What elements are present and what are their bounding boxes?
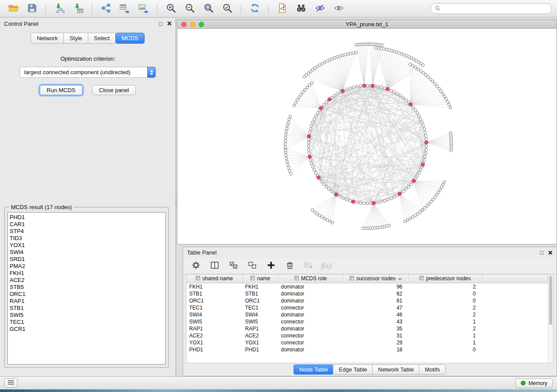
open-session-button[interactable]: [5, 2, 21, 16]
show-graphics-button[interactable]: [331, 2, 346, 16]
column-header-MCDS-role[interactable]: MCDS role: [278, 275, 343, 283]
table-cell[interactable]: ORC1: [187, 297, 242, 304]
table-cell[interactable]: dominator: [278, 325, 343, 332]
table-cell[interactable]: TEC1: [242, 304, 278, 311]
hide-graphics-button[interactable]: [312, 2, 328, 16]
table-cell[interactable]: FKH1: [187, 283, 242, 290]
mcds-result-item[interactable]: TID3: [10, 235, 163, 242]
table-cell[interactable]: dominator: [278, 297, 343, 304]
table-cell[interactable]: 47: [343, 304, 408, 311]
network-search-field[interactable]: [430, 3, 552, 14]
tab-network[interactable]: Network: [31, 33, 64, 44]
table-cell[interactable]: 2: [408, 283, 482, 290]
table-cell[interactable]: SWI5: [187, 318, 242, 325]
table-row-ACE2[interactable]: ACE2ACE2connector311: [187, 332, 548, 339]
run-mcds-button[interactable]: Run MCDS: [40, 85, 83, 95]
new-network-button[interactable]: [98, 2, 114, 16]
table-row-FKH1[interactable]: FKH1FKH1dominator962: [187, 283, 548, 290]
table-cell[interactable]: 2: [408, 311, 482, 318]
table-cell[interactable]: 0: [408, 290, 482, 297]
scrollbar-thumb[interactable]: [549, 276, 552, 325]
select-all-button[interactable]: [227, 260, 239, 272]
table-cell[interactable]: SWI4: [187, 311, 242, 318]
table-row-TEC1[interactable]: TEC1TEC1connector472: [187, 304, 548, 311]
table-settings-button[interactable]: [190, 260, 202, 272]
deselect-all-button[interactable]: [246, 260, 258, 272]
table-cell[interactable]: 1: [408, 318, 482, 325]
table-cell[interactable]: dominator: [278, 283, 343, 290]
mcds-result-item[interactable]: STP4: [10, 228, 163, 235]
column-header-successor-nodes[interactable]: successor nodes: [343, 275, 408, 283]
table-cell[interactable]: 1: [408, 339, 482, 346]
mcds-result-item[interactable]: PMA2: [10, 263, 163, 270]
import-table-button[interactable]: [70, 2, 86, 16]
minimize-window-icon[interactable]: [190, 22, 195, 27]
tab-edge-table[interactable]: Edge Table: [333, 364, 373, 375]
tab-style[interactable]: Style: [63, 33, 88, 44]
table-cell[interactable]: 31: [343, 332, 408, 339]
table-cell[interactable]: ACE2: [187, 332, 242, 339]
table-cell[interactable]: 0: [408, 346, 482, 353]
table-cell[interactable]: 35: [343, 325, 408, 332]
table-row-PHD1[interactable]: PHD1PHD1dominator180: [187, 346, 548, 353]
share-document-button[interactable]: [274, 2, 290, 16]
search-input[interactable]: [443, 6, 547, 12]
mcds-result-list[interactable]: PHD1CAR1STP4TID3YOX1SWI4SRD1PMA2FKH1ACE2…: [7, 212, 166, 364]
tab-node-table[interactable]: Node Table: [294, 364, 334, 375]
save-session-button[interactable]: [24, 2, 40, 16]
find-button[interactable]: [293, 2, 309, 16]
table-cell[interactable]: 1: [408, 332, 482, 339]
table-cell[interactable]: 61: [343, 297, 408, 304]
table-cell[interactable]: dominator: [278, 290, 343, 297]
memory-button[interactable]: Memory: [515, 378, 553, 388]
float-panel-icon[interactable]: □: [159, 21, 163, 27]
table-row-RAP1[interactable]: RAP1RAP1dominator352: [187, 325, 548, 332]
mcds-result-item[interactable]: TEC1: [10, 319, 163, 326]
show-columns-button[interactable]: [208, 260, 221, 272]
mcds-result-item[interactable]: SWI5: [10, 312, 163, 319]
apply-layout-button[interactable]: [247, 2, 263, 16]
import-network-button[interactable]: [52, 2, 67, 16]
table-cell[interactable]: ORC1: [242, 297, 278, 304]
table-cell[interactable]: connector: [278, 339, 343, 346]
tab-mcds[interactable]: MCDS: [115, 33, 144, 44]
table-cell[interactable]: 29: [343, 339, 408, 346]
table-row-YOX1[interactable]: YOX1YOX1connector291: [187, 339, 548, 346]
table-row-ORC1[interactable]: ORC1ORC1dominator610: [187, 297, 548, 304]
table-cell[interactable]: dominator: [278, 311, 343, 318]
table-cell[interactable]: 62: [343, 290, 408, 297]
delete-column-button[interactable]: [284, 260, 296, 272]
float-table-panel-icon[interactable]: □: [540, 250, 543, 255]
table-cell[interactable]: connector: [278, 318, 343, 325]
table-cell[interactable]: YOX1: [187, 339, 242, 346]
mcds-result-item[interactable]: SWI4: [10, 249, 163, 256]
table-cell[interactable]: STB1: [187, 290, 242, 297]
table-cell[interactable]: PHD1: [187, 346, 242, 353]
mcds-result-item[interactable]: STB5: [10, 284, 163, 291]
table-cell[interactable]: RAP1: [242, 325, 278, 332]
table-cell[interactable]: SWI5: [242, 318, 278, 325]
zoom-fit-button[interactable]: [201, 2, 216, 16]
table-row-SWI5[interactable]: SWI5SWI5connector431: [187, 318, 548, 325]
mcds-result-item[interactable]: PHD1: [10, 214, 163, 221]
zoom-selected-button[interactable]: [219, 2, 235, 16]
table-cell[interactable]: connector: [278, 332, 343, 339]
table-cell[interactable]: 96: [343, 283, 408, 290]
table-row-SWI4[interactable]: SWI4SWI4dominator462: [187, 311, 548, 318]
criterion-dropdown[interactable]: largest connected component (undirected): [20, 67, 156, 78]
mcds-result-item[interactable]: STB1: [10, 305, 163, 312]
mcds-result-item[interactable]: CAR1: [10, 221, 163, 228]
zoom-in-button[interactable]: [163, 2, 179, 16]
table-cell[interactable]: FKH1: [242, 283, 278, 290]
export-table-button[interactable]: [117, 2, 132, 16]
table-cell[interactable]: RAP1: [187, 325, 242, 332]
export-image-button[interactable]: [135, 2, 151, 16]
tab-network-table[interactable]: Network Table: [372, 364, 419, 375]
table-scrollbar[interactable]: [548, 275, 553, 363]
mcds-result-item[interactable]: YOX1: [10, 242, 163, 249]
table-cell[interactable]: 2: [408, 304, 482, 311]
mcds-result-item[interactable]: ORC1: [10, 291, 163, 298]
mcds-result-item[interactable]: GCR1: [10, 326, 163, 333]
table-row-STB1[interactable]: STB1STB1dominator620: [187, 290, 548, 297]
close-panel-icon[interactable]: ×: [167, 20, 172, 28]
